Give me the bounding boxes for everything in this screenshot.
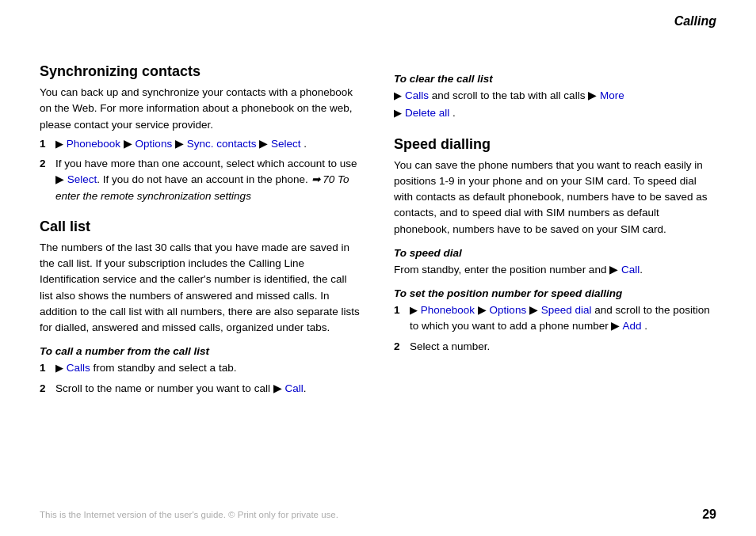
speed-dial-title: Speed dialling: [394, 136, 716, 153]
speed-dial-section: Speed dialling You can save the phone nu…: [394, 136, 716, 355]
calllist-title: Call list: [40, 219, 362, 235]
footer-text: This is the Internet version of the user…: [40, 510, 338, 519]
arrow-icon-4: ▶: [394, 105, 402, 121]
speed-dial-body: You can save the phone numbers that you …: [394, 158, 716, 238]
sync-title: Synchronizing contacts: [40, 63, 362, 80]
sync-section: Synchronizing contacts You can back up a…: [40, 63, 362, 204]
speed-dial-step-2: 2 Select a number.: [394, 339, 716, 355]
arrow-icon-3: ▶: [394, 88, 402, 104]
calllist-step-1: 1 ▶ Calls from standby and select a tab.: [40, 360, 362, 376]
speed-dial-step-1: 1 ▶ Phonebook ▶ Options ▶ Speed dial and…: [394, 302, 716, 335]
calllist-section: Call list The numbers of the last 30 cal…: [40, 219, 362, 397]
to-speed-dial-title: To speed dial: [394, 247, 716, 259]
arrow-icon-5: ▶: [410, 304, 418, 316]
right-column: To clear the call list ▶ Calls and scrol…: [394, 63, 716, 401]
page-header: Calling: [674, 14, 716, 29]
clear-bullet-2: ▶ Delete all .: [394, 105, 716, 121]
set-position-title: To set the position number for speed dia…: [394, 287, 716, 299]
clear-call-section: To clear the call list ▶ Calls and scrol…: [394, 73, 716, 122]
arrow-icon-2: ▶: [55, 362, 63, 374]
sync-step-1: 1 ▶ Phonebook ▶ Options ▶ Sync. contacts…: [40, 136, 362, 152]
sync-body: You can back up and synchronize your con…: [40, 85, 362, 133]
to-call-title: To call a number from the call list: [40, 345, 362, 357]
calllist-body: The numbers of the last 30 calls that yo…: [40, 240, 362, 336]
clear-call-title: To clear the call list: [394, 73, 716, 85]
calllist-steps: 1 ▶ Calls from standby and select a tab.…: [40, 360, 362, 397]
sync-steps: 1 ▶ Phonebook ▶ Options ▶ Sync. contacts…: [40, 136, 362, 204]
to-speed-dial-body: From standby, enter the position number …: [394, 262, 716, 278]
arrow-icon-1: ▶: [55, 138, 63, 150]
page-number: 29: [702, 507, 716, 522]
header-title: Calling: [674, 14, 716, 28]
clear-bullet-1: ▶ Calls and scroll to the tab with all c…: [394, 88, 716, 104]
page-footer: This is the Internet version of the user…: [0, 507, 756, 522]
speed-dial-steps: 1 ▶ Phonebook ▶ Options ▶ Speed dial and…: [394, 302, 716, 355]
sync-step-2: 2 If you have more than one account, sel…: [40, 156, 362, 204]
calllist-step-2: 2 Scroll to the name or number you want …: [40, 381, 362, 397]
left-column: Synchronizing contacts You can back up a…: [40, 63, 362, 401]
